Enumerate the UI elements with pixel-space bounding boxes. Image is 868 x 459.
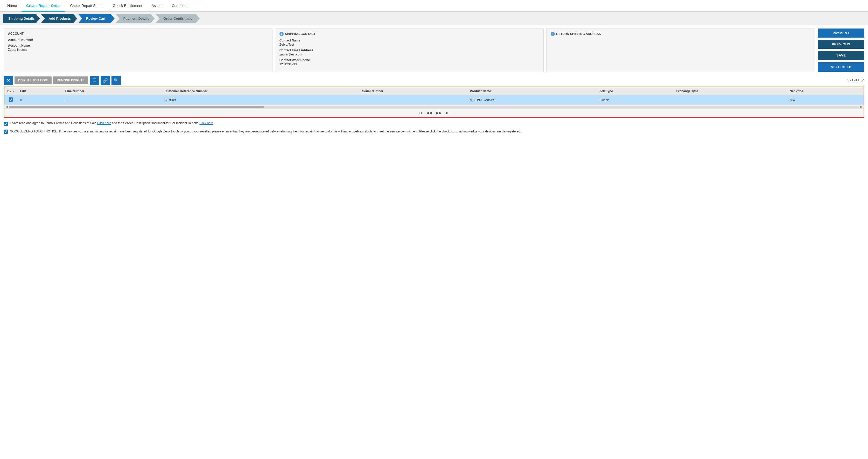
row-line-number: 1 — [63, 95, 162, 105]
terms-link-2[interactable]: Click here — [199, 121, 213, 125]
edit-icon[interactable]: ✏ — [20, 98, 23, 102]
dispute-job-type-button[interactable]: DISPUTE JOB TYPE — [14, 76, 52, 84]
top-navigation: Home Create Repair Order Check Repair St… — [0, 0, 868, 12]
info-cards-row: ACCOUNT Account Number Account Name Zebr… — [4, 29, 864, 72]
data-table-wrapper: ☐▲▼ Edit Line Number Customer Reference … — [4, 87, 864, 118]
notice-checkbox[interactable] — [4, 130, 8, 134]
search-button[interactable]: 🔍 — [112, 76, 121, 85]
row-product-name: MC9190-GA0SW... — [467, 95, 597, 105]
expand-icon[interactable]: ⤢ — [861, 78, 864, 83]
save-button[interactable]: SAVE — [818, 51, 864, 60]
table-pagination-controls: ⏮ ◀◀ ▶▶ ⏭ — [4, 108, 864, 117]
terms-link-1[interactable]: Click here — [97, 121, 111, 125]
need-help-button[interactable]: NEED HELP — [818, 62, 864, 72]
step-order-confirmation[interactable]: Order Confirmation — [156, 14, 199, 23]
steps-bar: Shipping Details Add Products Review Car… — [0, 12, 868, 25]
shipping-contact-title: i SHIPPING CONTACT — [279, 32, 539, 36]
google-notice-row: GOOGLE ZERO TOUCH NOTICE: If the devices… — [4, 129, 864, 134]
step-payment-details[interactable]: Payment Details — [116, 14, 155, 23]
row-net-price: €84 — [787, 95, 864, 105]
next-page-button[interactable]: ▶▶ — [435, 110, 443, 115]
col-exchange-type: Exchange Type — [673, 87, 787, 95]
first-page-button[interactable]: ⏮ — [417, 110, 423, 115]
account-name-label: Account Name — [8, 44, 268, 47]
col-job-type: Job Type — [597, 87, 673, 95]
horizontal-scrollbar[interactable]: ◀ ▶ — [4, 105, 864, 108]
header-sort-icons: ☐▲▼ — [7, 90, 14, 93]
info-icon-shipping: i — [279, 32, 284, 36]
data-table: ☐▲▼ Edit Line Number Customer Reference … — [4, 87, 864, 105]
scrollbar-thumb[interactable] — [9, 106, 264, 108]
shipping-contact-card: i SHIPPING CONTACT Contact Name Zebra Te… — [275, 29, 544, 72]
account-number-label: Account Number — [8, 38, 268, 42]
close-button[interactable]: ✕ — [4, 76, 13, 85]
payment-button[interactable]: PAYMENT — [818, 29, 864, 38]
return-address-title: i RETURN SHIPPING ADDRESS — [551, 32, 811, 36]
terms-row: I have read and agree to Zebra's Terms a… — [4, 121, 864, 126]
account-title: ACCOUNT — [8, 32, 268, 35]
nav-create-repair-order[interactable]: Create Repair Order — [22, 0, 65, 12]
contact-email-label: Contact Email Address — [279, 48, 539, 52]
table-row: ✏ 1 CustRef MC9190-GA0SW... Billable €84 — [4, 95, 864, 105]
contact-phone-value: 1231231233 — [279, 62, 539, 66]
info-icon-return: i — [551, 32, 555, 36]
nav-contracts[interactable]: Contracts — [167, 0, 192, 11]
step-shipping-details[interactable]: Shipping Details — [3, 14, 40, 23]
terms-text: I have read and agree to Zebra's Terms a… — [10, 121, 213, 125]
nav-check-repair-status[interactable]: Check Repair Status — [65, 0, 108, 11]
remove-dispute-button[interactable]: REMOVE DISPUTE — [53, 76, 88, 84]
row-customer-ref: CustRef — [162, 95, 360, 105]
account-card: ACCOUNT Account Number Account Name Zebr… — [4, 29, 273, 72]
contact-name-label: Contact Name — [279, 39, 539, 42]
col-net-price: Net Price — [787, 87, 864, 95]
nav-check-entitlement[interactable]: Check Entitlement — [108, 0, 147, 11]
pagination-info: 1 - 1 of 1 ⤢ — [847, 78, 864, 83]
row-job-type: Billable — [597, 95, 673, 105]
previous-button[interactable]: PREVIOUS — [818, 40, 864, 49]
col-checkbox: ☐▲▼ — [4, 87, 18, 95]
notice-text: GOOGLE ZERO TOUCH NOTICE: If the devices… — [10, 129, 521, 134]
table-header-row: ☐▲▼ Edit Line Number Customer Reference … — [4, 87, 864, 95]
account-name-value: Zebra Internal — [8, 48, 268, 52]
table-toolbar: ✕ DISPUTE JOB TYPE REMOVE DISPUTE ❐ 🔗 🔍 … — [4, 76, 864, 85]
row-checkbox-cell[interactable] — [4, 95, 18, 105]
side-buttons-panel: PAYMENT PREVIOUS SAVE NEED HELP — [818, 29, 864, 72]
last-page-button[interactable]: ⏭ — [445, 110, 451, 115]
terms-checkbox[interactable] — [4, 122, 8, 126]
col-edit: Edit — [18, 87, 63, 95]
col-serial-number: Serial Number — [360, 87, 467, 95]
attach-button[interactable]: 🔗 — [101, 76, 110, 85]
col-line-number: Line Number — [63, 87, 162, 95]
row-serial-number — [360, 95, 467, 105]
prev-page-button[interactable]: ◀◀ — [425, 110, 433, 115]
row-exchange-type — [673, 95, 787, 105]
col-customer-ref: Customer Reference Number — [162, 87, 360, 95]
contact-phone-label: Contact Work Phone — [279, 58, 539, 62]
main-content: ACCOUNT Account Number Account Name Zebr… — [0, 25, 868, 137]
step-add-products[interactable]: Add Products — [41, 14, 77, 23]
col-product-name: Product Name — [467, 87, 597, 95]
row-edit-cell[interactable]: ✏ — [18, 95, 63, 105]
row-checkbox[interactable] — [9, 97, 13, 102]
contact-email-value: zebra@test.com — [279, 53, 539, 56]
return-address-card: i RETURN SHIPPING ADDRESS — [546, 29, 815, 72]
contact-name-value: Zebra Test — [279, 43, 539, 46]
step-review-cart[interactable]: Review Cart — [78, 14, 115, 23]
copy-button[interactable]: ❐ — [90, 76, 99, 85]
scrollbar-track[interactable] — [9, 106, 859, 108]
nav-assets[interactable]: Assets — [147, 0, 167, 11]
nav-home[interactable]: Home — [3, 0, 22, 11]
